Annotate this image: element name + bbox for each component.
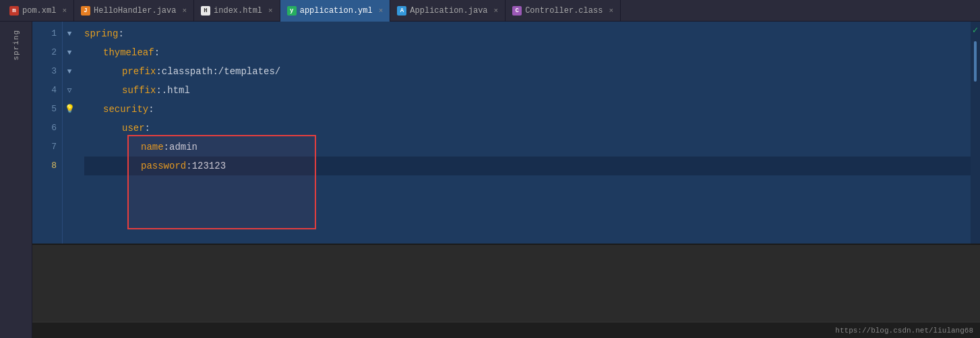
colon-7: : [164,138,169,157]
value-suffix: .html [162,81,190,100]
fold-gutter: ▼ ▼ ▼ ▽ 💡 [63,22,76,244]
tab-application-yml[interactable]: y application.yml × [280,0,391,22]
value-name: admin [169,138,197,157]
tab-icon-java-app: A [397,6,406,16]
tab-bar: m pom.xml × J HelloHandler.java × H inde… [0,0,980,22]
tab-close-index[interactable]: × [268,7,273,15]
code-content[interactable]: spring: thymeleaf: prefix: classpath:/te… [76,22,971,244]
key-thymeleaf: thymeleaf [103,43,154,62]
colon-3: : [156,62,161,81]
tab-close-hello[interactable]: × [182,7,187,15]
fold-1[interactable]: ▼ [67,24,72,43]
tab-label-index: index.html [214,6,262,16]
colon-5: : [148,100,154,119]
line-num-2: 2 [51,43,57,62]
colon-4: : [156,81,161,100]
code-line-4: suffix: .html [84,81,971,100]
value-prefix: classpath:/templates/ [162,62,280,81]
colon-1: : [118,24,123,43]
code-line-2: thymeleaf: [84,43,971,62]
tab-icon-pom: m [9,6,19,16]
right-scrollbar[interactable]: ✓ [971,22,980,244]
tab-close-pom[interactable]: × [62,7,67,15]
tab-icon-yaml: y [287,6,297,16]
fold-5[interactable]: ▼ [67,62,72,81]
value-password: 123123 [192,157,226,175]
tab-icon-index: H [201,6,210,16]
tab-label-controller: Controller.class [525,6,603,16]
tab-icon-controller: C [512,6,522,16]
tab-close-controller[interactable]: × [609,7,613,15]
scroll-indicator[interactable] [974,41,977,82]
code-line-8: password: 123123 这个是用户 [84,157,971,175]
key-password: password [141,157,186,175]
tab-label-hello: HelloHandler.java [94,6,176,16]
line-num-5: 5 [51,100,57,119]
sidebar-gutter: spring [0,22,32,338]
status-bar: https://blog.csdn.net/liulang68 [32,322,980,338]
code-area: 1 2 3 4 5 6 7 8 ▼ ▼ ▼ ▽ 💡 [32,22,980,244]
tab-controller[interactable]: C Controller.class × [506,0,621,22]
line-num-7: 7 [51,138,57,157]
key-suffix: suffix [122,81,156,100]
tab-label-yaml: application.yml [300,6,373,16]
tab-index[interactable]: H index.html × [194,0,280,22]
colon-8: : [186,157,191,175]
checkmark-icon: ✓ [973,24,978,36]
tab-close-java-app[interactable]: × [494,7,499,15]
colon-2: : [154,43,160,62]
bulb-icon[interactable]: 💡 [65,105,75,114]
line-num-4: 4 [51,81,57,100]
line-num-3: 3 [51,62,57,81]
line-numbers: 1 2 3 4 5 6 7 8 [32,22,63,244]
fold-2[interactable]: ▼ [67,43,72,62]
tab-icon-hello: J [81,6,90,16]
fold-6[interactable]: ▽ [67,81,72,100]
fold-8: 💡 [65,100,75,119]
bottom-area: https://blog.csdn.net/liulang68 [32,244,980,338]
tab-label-pom: pom.xml [22,6,56,16]
key-name: name [141,138,164,157]
key-spring: spring [84,24,118,43]
tab-application-java[interactable]: A Application.java × [390,0,506,22]
sidebar-label: spring [12,30,20,61]
code-line-6: user: [84,119,971,138]
key-security: security [103,100,148,119]
tab-close-yaml[interactable]: × [379,7,384,15]
line-num-8: 8 [51,157,57,175]
line-num-6: 6 [51,119,57,138]
status-url: https://blog.csdn.net/liulang68 [835,327,973,335]
colon-6: : [145,119,150,138]
tab-pom[interactable]: m pom.xml × [3,0,74,22]
code-line-5: security: [84,100,971,119]
code-line-7: name: admin [84,138,971,157]
editor-main[interactable]: 1 2 3 4 5 6 7 8 ▼ ▼ ▼ ▽ 💡 [32,22,980,338]
line-num-1: 1 [51,24,57,43]
code-line-3: prefix: classpath:/templates/ [84,62,971,81]
tab-label-java-app: Application.java [410,6,487,16]
editor-container: spring 1 2 3 4 5 6 7 8 ▼ ▼ ▼ ▽ [0,22,980,338]
code-line-1: spring: [84,24,971,43]
key-prefix: prefix [122,62,156,81]
tab-hello[interactable]: J HelloHandler.java × [74,0,194,22]
key-user: user [122,119,145,138]
